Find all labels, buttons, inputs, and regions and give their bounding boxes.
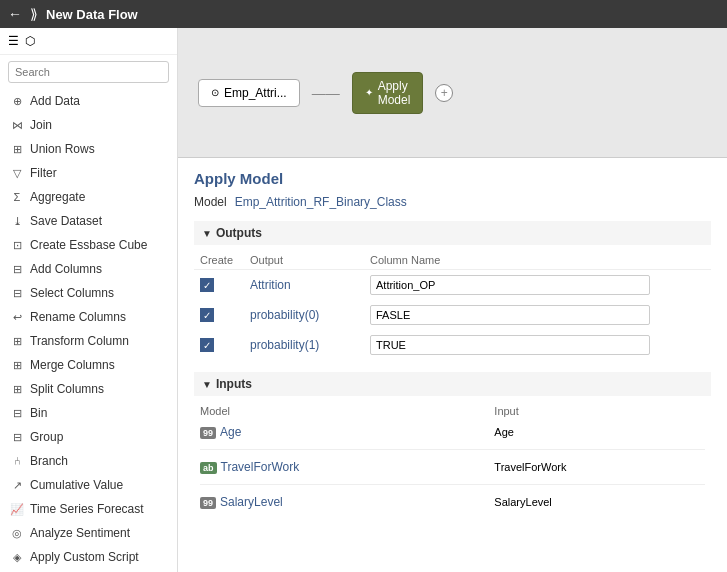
sidebar-item-apply-custom-script[interactable]: ◈ Apply Custom Script — [0, 545, 177, 569]
sidebar-item-split-columns[interactable]: ⊞ Split Columns — [0, 377, 177, 401]
select-columns-icon: ⊟ — [10, 287, 24, 300]
split-columns-label: Split Columns — [30, 382, 104, 396]
sidebar-item-add-data[interactable]: ⊕ Add Data — [0, 89, 177, 113]
forward-icon[interactable]: ⟫ — [30, 6, 38, 22]
sidebar-item-select-columns[interactable]: ⊟ Select Columns — [0, 281, 177, 305]
join-icon: ⋈ — [10, 119, 24, 132]
apply-model-panel: Apply Model Model Emp_Attrition_RF_Binar… — [178, 158, 727, 572]
sidebar-item-transform-column[interactable]: ⊞ Transform Column — [0, 329, 177, 353]
apply-model-icon: ✦ — [365, 87, 373, 98]
column-name-input-0[interactable] — [370, 275, 650, 295]
sidebar-item-rename-columns[interactable]: ↩ Rename Columns — [0, 305, 177, 329]
group-icon: ⊟ — [10, 431, 24, 444]
output-checkbox-1[interactable] — [200, 308, 214, 322]
group-label: Group — [30, 430, 63, 444]
input-value-2: SalaryLevel — [488, 490, 711, 514]
inputs-table: Model Input 99Age Age abTravelForWork Tr… — [194, 402, 711, 514]
aggregate-label: Aggregate — [30, 190, 85, 204]
col-header-output: Output — [244, 251, 364, 270]
canvas-add-button[interactable]: + — [435, 84, 453, 102]
transform-column-label: Transform Column — [30, 334, 129, 348]
canvas-node-source[interactable]: ⊙ Emp_Attri... — [198, 79, 300, 107]
input-badge-1: ab — [200, 462, 217, 474]
sidebar-item-analyze-sentiment[interactable]: ◎ Analyze Sentiment — [0, 521, 177, 545]
inputs-section-header[interactable]: ▼ Inputs — [194, 372, 711, 396]
join-label: Join — [30, 118, 52, 132]
sidebar-item-create-essbase[interactable]: ⊡ Create Essbase Cube — [0, 233, 177, 257]
save-dataset-label: Save Dataset — [30, 214, 102, 228]
column-name-input-2[interactable] — [370, 335, 650, 355]
input-model-link-1[interactable]: TravelForWork — [221, 460, 300, 474]
save-dataset-icon: ⤓ — [10, 215, 24, 228]
sidebar-item-merge-columns[interactable]: ⊞ Merge Columns — [0, 353, 177, 377]
filter-label: Filter — [30, 166, 57, 180]
apply-custom-script-label: Apply Custom Script — [30, 550, 139, 564]
sidebar-item-bin[interactable]: ⊟ Bin — [0, 401, 177, 425]
sidebar-item-add-columns[interactable]: ⊟ Add Columns — [0, 257, 177, 281]
model-value: Emp_Attrition_RF_Binary_Class — [235, 195, 407, 209]
main-layout: ☰ ⬡ ⊕ Add Data ⋈ Join ⊞ Union Rows ▽ Fil… — [0, 28, 727, 572]
back-icon[interactable]: ← — [8, 6, 22, 22]
inputs-section-label: Inputs — [216, 377, 252, 391]
sidebar-item-filter[interactable]: ▽ Filter — [0, 161, 177, 185]
analyze-sentiment-icon: ◎ — [10, 527, 24, 540]
add-data-icon: ⊕ — [10, 95, 24, 108]
bin-label: Bin — [30, 406, 47, 420]
panel-title: Apply Model — [194, 170, 711, 187]
column-name-input-1[interactable] — [370, 305, 650, 325]
sidebar-item-time-series-forecast[interactable]: 📈 Time Series Forecast — [0, 497, 177, 521]
title-bar: ← ⟫ New Data Flow — [0, 0, 727, 28]
sidebar-item-branch[interactable]: ⑃ Branch — [0, 449, 177, 473]
union-rows-icon: ⊞ — [10, 143, 24, 156]
cumulative-value-icon: ↗ — [10, 479, 24, 492]
input-value-1: TravelForWork — [488, 455, 711, 479]
add-data-label: Add Data — [30, 94, 80, 108]
output-link-2[interactable]: probability(1) — [250, 338, 319, 352]
outputs-table: Create Output Column Name Attrition prob… — [194, 251, 711, 360]
outputs-section-label: Outputs — [216, 226, 262, 240]
table-row: abTravelForWork TravelForWork — [194, 455, 711, 479]
input-model-link-0[interactable]: Age — [220, 425, 241, 439]
sidebar-item-aggregate[interactable]: Σ Aggregate — [0, 185, 177, 209]
sidebar-item-cumulative-value[interactable]: ↗ Cumulative Value — [0, 473, 177, 497]
table-row: 99SalaryLevel SalaryLevel — [194, 490, 711, 514]
sidebar-item-list: ⊕ Add Data ⋈ Join ⊞ Union Rows ▽ Filter … — [0, 89, 177, 572]
outputs-section-header[interactable]: ▼ Outputs — [194, 221, 711, 245]
input-badge-0: 99 — [200, 427, 216, 439]
output-checkbox-0[interactable] — [200, 278, 214, 292]
table-row: probability(0) — [194, 300, 711, 330]
apply-custom-script-icon: ◈ — [10, 551, 24, 564]
union-rows-label: Union Rows — [30, 142, 95, 156]
filter-icon: ▽ — [10, 167, 24, 180]
inputs-col-input: Input — [488, 402, 711, 420]
time-series-forecast-label: Time Series Forecast — [30, 502, 144, 516]
sidebar-icon-2[interactable]: ⬡ — [25, 34, 35, 48]
source-node-label: Emp_Attri... — [224, 86, 287, 100]
bin-icon: ⊟ — [10, 407, 24, 420]
transform-column-icon: ⊞ — [10, 335, 24, 348]
canvas-node-apply-model[interactable]: ✦ ApplyModel — [352, 72, 424, 114]
time-series-forecast-icon: 📈 — [10, 503, 24, 516]
search-input[interactable] — [8, 61, 169, 83]
output-link-0[interactable]: Attrition — [250, 278, 291, 292]
col-header-create: Create — [194, 251, 244, 270]
sidebar-item-save-dataset[interactable]: ⤓ Save Dataset — [0, 209, 177, 233]
branch-label: Branch — [30, 454, 68, 468]
add-columns-label: Add Columns — [30, 262, 102, 276]
sidebar-item-union-rows[interactable]: ⊞ Union Rows — [0, 137, 177, 161]
create-essbase-label: Create Essbase Cube — [30, 238, 147, 252]
apply-model-label: ApplyModel — [378, 79, 411, 107]
output-link-1[interactable]: probability(0) — [250, 308, 319, 322]
source-node-icon: ⊙ — [211, 87, 219, 98]
sidebar-icon-1[interactable]: ☰ — [8, 34, 19, 48]
input-model-link-2[interactable]: SalaryLevel — [220, 495, 283, 509]
canvas: ⊙ Emp_Attri... —— ✦ ApplyModel + — [178, 28, 727, 158]
sidebar-item-group[interactable]: ⊟ Group — [0, 425, 177, 449]
merge-columns-label: Merge Columns — [30, 358, 115, 372]
table-row: Attrition — [194, 270, 711, 301]
model-row: Model Emp_Attrition_RF_Binary_Class — [194, 195, 711, 209]
sidebar-item-join[interactable]: ⋈ Join — [0, 113, 177, 137]
canvas-connector: —— — [312, 85, 340, 101]
output-checkbox-2[interactable] — [200, 338, 214, 352]
table-row: 99Age Age — [194, 420, 711, 444]
